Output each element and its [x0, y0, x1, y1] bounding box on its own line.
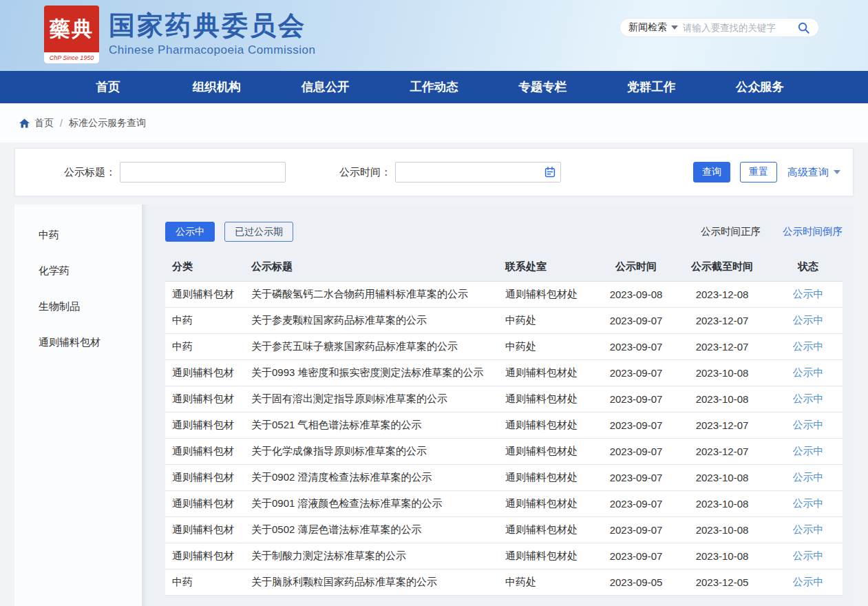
announcement-title-link[interactable]: 关于固有溶出测定指导原则标准草案的公示: [244, 393, 498, 406]
announcement-title-link[interactable]: 关于脑脉利颗粒国家药品标准草案的公示: [244, 576, 498, 589]
brand-text: 国家药典委员会 Chinese Pharmacopoeia Commission: [109, 6, 315, 57]
status-link[interactable]: 公示中: [793, 393, 824, 404]
status-link[interactable]: 公示中: [793, 419, 824, 430]
status-tab[interactable]: 已过公示期: [224, 222, 293, 242]
announcement-title-link[interactable]: 关于参麦颗粒国家药品标准草案的公示: [244, 314, 498, 327]
nav-item[interactable]: 专题专栏: [488, 71, 597, 103]
cell-publish-date: 2023-09-07: [602, 446, 670, 457]
table-row: 通则辅料包材 关于0901 溶液颜色检查法标准草案的公示 通则辅料包材处 202…: [165, 491, 843, 517]
chevron-down-icon: [671, 25, 678, 30]
announcement-title-link[interactable]: 关于0521 气相色谱法标准草案的公示: [244, 419, 498, 432]
sidebar-item[interactable]: 通则辅料包材: [14, 324, 142, 360]
advanced-query-link[interactable]: 高级查询: [787, 166, 840, 179]
chp-seal-logo[interactable]: 藥典 ChP Since 1950: [44, 6, 99, 63]
cell-office: 通则辅料包材处: [498, 419, 602, 432]
time-filter-label: 公示时间：: [286, 166, 391, 179]
title-filter-input[interactable]: [120, 162, 286, 182]
cell-category: 通则辅料包材: [165, 288, 244, 301]
home-icon: [19, 118, 30, 128]
sidebar-item[interactable]: 中药: [14, 217, 142, 253]
cell-deadline: 2023-10-08: [670, 367, 774, 379]
nav-item[interactable]: 工作动态: [380, 71, 489, 103]
cell-publish-date: 2023-09-07: [602, 498, 670, 510]
sidebar-item[interactable]: 生物制品: [14, 289, 142, 324]
cell-office: 通则辅料包材处: [498, 471, 602, 484]
cell-publish-date: 2023-09-05: [602, 576, 670, 588]
cell-category: 中药: [165, 340, 244, 353]
announcement-title-link[interactable]: 关于0502 薄层色谱法标准草案的公示: [244, 523, 498, 536]
tabs-row: 公示中 已过公示期 公示时间正序 公示时间倒序: [165, 221, 843, 242]
advanced-query-label: 高级查询: [787, 166, 829, 179]
status-link[interactable]: 公示中: [793, 550, 824, 561]
cell-office: 中药处: [498, 340, 602, 353]
table-header: 分类 公示标题 联系处室 公示时间 公示截至时间 状态: [165, 253, 843, 282]
announcement-title-link[interactable]: 关于0901 溶液颜色检查法标准草案的公示: [244, 497, 498, 510]
nav-item[interactable]: 公众服务: [706, 71, 814, 103]
breadcrumb-home-label: 首页: [34, 117, 54, 129]
status-link[interactable]: 公示中: [793, 576, 824, 587]
sidebar-item[interactable]: 化学药: [14, 253, 142, 289]
cell-deadline: 2023-12-07: [670, 446, 774, 457]
cell-deadline: 2023-12-07: [670, 341, 774, 353]
nav-item[interactable]: 信息公开: [271, 71, 380, 103]
cell-deadline: 2023-12-05: [670, 576, 774, 588]
cell-category: 中药: [165, 576, 244, 589]
table-row: 通则辅料包材 关于0502 薄层色谱法标准草案的公示 通则辅料包材处 2023-…: [165, 517, 843, 543]
status-tabs: 公示中 已过公示期: [165, 222, 303, 242]
main-nav: 首页 组织机构 信息公开 工作动态 专题专栏 党群工作 公众服务: [0, 71, 868, 103]
status-link[interactable]: 公示中: [793, 497, 824, 509]
status-link[interactable]: 公示中: [793, 288, 824, 300]
sort-desc-link[interactable]: 公示时间倒序: [783, 225, 843, 238]
status-link[interactable]: 公示中: [793, 445, 824, 457]
cell-publish-date: 2023-09-07: [602, 315, 670, 326]
table-body: 通则辅料包材 关于磷酸氢钙二水合物药用辅料标准草案的公示 通则辅料包材处 202…: [165, 282, 843, 596]
site-subtitle: Chinese Pharmacopoeia Commission: [109, 43, 315, 57]
table-row: 中药 关于参芪五味子糖浆国家药品标准草案的公示 中药处 2023-09-07 2…: [165, 334, 843, 360]
nav-item[interactable]: 党群工作: [597, 71, 706, 103]
cell-deadline: 2023-10-08: [670, 472, 774, 483]
cell-category: 通则辅料包材: [165, 445, 244, 458]
cell-publish-date: 2023-09-07: [602, 472, 670, 483]
status-link[interactable]: 公示中: [793, 366, 824, 378]
header-title: 公示标题: [244, 260, 498, 273]
listing-panel: 公示中 已过公示期 公示时间正序 公示时间倒序 分类 公示标题 联系处室 公示时…: [142, 205, 854, 606]
calendar-icon[interactable]: [544, 167, 555, 178]
search-category-dropdown[interactable]: 新闻检索: [628, 21, 678, 34]
nav-item[interactable]: 首页: [54, 71, 162, 103]
announcement-title-link[interactable]: 关于制酸力测定法标准草案的公示: [244, 550, 498, 563]
status-link[interactable]: 公示中: [793, 340, 824, 352]
table-row: 通则辅料包材 关于0993 堆密度和振实密度测定法标准草案的公示 通则辅料包材处…: [165, 360, 843, 386]
query-button[interactable]: 查询: [693, 162, 730, 182]
time-filter-field: [395, 162, 561, 182]
reset-button[interactable]: 重置: [740, 162, 777, 182]
nav-item[interactable]: 组织机构: [162, 71, 271, 103]
time-filter-input[interactable]: [395, 162, 561, 182]
announcement-title-link[interactable]: 关于化学成像指导原则标准草案的公示: [244, 445, 498, 458]
status-link[interactable]: 公示中: [793, 314, 824, 326]
announcement-title-link[interactable]: 关于参芪五味子糖浆国家药品标准草案的公示: [244, 340, 498, 353]
news-search-input[interactable]: [683, 23, 792, 33]
search-button[interactable]: [797, 21, 810, 34]
announcement-title-link[interactable]: 关于磷酸氢钙二水合物药用辅料标准草案的公示: [244, 288, 498, 301]
status-link[interactable]: 公示中: [793, 523, 824, 535]
site-title: 国家药典委员会: [109, 10, 315, 41]
cell-category: 通则辅料包材: [165, 550, 244, 563]
status-tab[interactable]: 公示中: [165, 222, 215, 242]
breadcrumb-separator: /: [60, 118, 63, 129]
sort-asc-link[interactable]: 公示时间正序: [701, 225, 761, 238]
cell-publish-date: 2023-09-08: [602, 289, 670, 300]
table-row: 中药 关于脑脉利颗粒国家药品标准草案的公示 中药处 2023-09-05 202…: [165, 570, 843, 596]
breadcrumb-home-link[interactable]: 首页: [19, 117, 54, 129]
search-icon: [797, 21, 810, 34]
filter-panel: 公示标题： 公示时间： 查询 重置 高级查询: [14, 148, 854, 196]
announcement-title-link[interactable]: 关于0902 澄清度检查法标准草案的公示: [244, 471, 498, 484]
cell-office: 中药处: [498, 576, 602, 589]
header-deadline: 公示截至时间: [670, 260, 774, 273]
cell-office: 通则辅料包材处: [498, 523, 602, 536]
cell-office: 通则辅料包材处: [498, 497, 602, 510]
content-area: 中药 化学药 生物制品 通则辅料包材 公示中 已过公示期 公示时间正序 公示时间…: [14, 205, 854, 606]
filter-actions: 查询 重置 高级查询: [693, 162, 853, 182]
announcement-title-link[interactable]: 关于0993 堆密度和振实密度测定法标准草案的公示: [244, 366, 498, 379]
cell-publish-date: 2023-09-07: [602, 393, 670, 405]
status-link[interactable]: 公示中: [793, 471, 824, 483]
